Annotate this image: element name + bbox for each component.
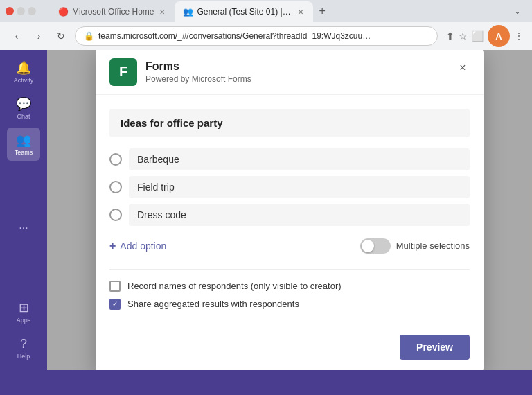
sidebar-item-teams[interactable]: 👥 Teams: [7, 128, 40, 161]
apps-icon: ⊞: [19, 300, 29, 315]
address-icons: ⬆ ☆ ⬜ A ⋮: [446, 25, 524, 47]
tabs-chevron-icon[interactable]: ⌄: [514, 6, 521, 16]
address-bar-row: ‹ › ↻ 🔒 teams.microsoft.com/_#/conversat…: [0, 22, 532, 50]
forms-title-block: Forms Powered by Microsoft Forms: [145, 60, 251, 84]
option-item-field-trip: [109, 176, 470, 198]
teams-favicon: 👥: [183, 7, 193, 17]
option-input-field-trip[interactable]: [129, 176, 470, 198]
activity-icon: 🔔: [16, 60, 31, 76]
close-window-button[interactable]: [6, 7, 14, 15]
close-icon: ×: [459, 62, 466, 74]
forms-logo-letter: F: [119, 64, 127, 80]
checkbox-record-names[interactable]: [109, 281, 121, 292]
teams-icon: 👥: [16, 132, 31, 148]
modal-close-button[interactable]: ×: [453, 58, 472, 78]
tabs-bar: 🔴 Microsoft Office Home ✕ 👥 General (Tes…: [44, 0, 526, 22]
address-input[interactable]: 🔒 teams.microsoft.com/_#/conversations/G…: [75, 26, 438, 46]
menu-icon[interactable]: ⋮: [514, 30, 524, 42]
toggle-knob: [362, 240, 374, 252]
title-bar: 🔴 Microsoft Office Home ✕ 👥 General (Tes…: [0, 0, 532, 22]
modal-footer: Preview: [96, 335, 484, 371]
sidebar-item-chat[interactable]: 💬 Chat: [7, 91, 40, 125]
multiple-selection-label: Multiple selections: [396, 240, 470, 251]
option-item-barbeque: [109, 148, 470, 170]
checkbox-row-share-results: ✓ Share aggregated results with responde…: [109, 299, 470, 310]
radio-field-trip[interactable]: [109, 181, 122, 193]
sidebar-more-button[interactable]: ···: [7, 218, 40, 238]
maximize-window-button[interactable]: [28, 7, 36, 15]
tab-office-home[interactable]: 🔴 Microsoft Office Home ✕: [50, 1, 175, 22]
radio-barbeque[interactable]: [109, 153, 122, 166]
modal-overlay: F Forms Powered by Microsoft Forms × Ide…: [47, 50, 532, 370]
help-icon: ?: [20, 337, 27, 351]
forward-button[interactable]: ›: [30, 28, 47, 44]
browser-chrome: 🔴 Microsoft Office Home ✕ 👥 General (Tes…: [0, 0, 532, 50]
option-item-dress-code: [109, 204, 470, 226]
multiple-selection-toggle: Multiple selections: [360, 238, 470, 254]
forms-title: Forms: [145, 60, 251, 73]
options-list: [109, 148, 470, 226]
star-icon[interactable]: ☆: [459, 30, 468, 42]
chat-icon: 💬: [16, 96, 31, 112]
tab-office-home-label: Microsoft Office Home: [72, 7, 154, 17]
checkboxes-section: Record names of respondents (only visibl…: [109, 269, 470, 310]
checkbox-share-results[interactable]: ✓: [109, 299, 121, 310]
teams-sidebar: 🔔 Activity 💬 Chat 👥 Teams ··· ⊞ Apps ? H…: [0, 50, 47, 370]
checkbox-share-results-label: Share aggregated results with respondent…: [127, 299, 299, 309]
multiple-selection-switch[interactable]: [360, 238, 391, 254]
main-content: F Forms Powered by Microsoft Forms × Ide…: [47, 50, 532, 370]
user-avatar[interactable]: A: [488, 25, 510, 47]
address-text: teams.microsoft.com/_#/conversations/Gen…: [98, 31, 429, 41]
sidebar-item-apps[interactable]: ⊞ Apps: [7, 295, 40, 328]
extension-icon[interactable]: ⬜: [472, 30, 484, 42]
preview-button[interactable]: Preview: [400, 335, 470, 360]
forms-modal: F Forms Powered by Microsoft Forms × Ide…: [96, 50, 484, 370]
modal-body: Ideas for office party: [96, 95, 484, 335]
add-option-plus-icon: +: [109, 240, 116, 252]
new-tab-button[interactable]: +: [313, 5, 330, 17]
lock-icon: 🔒: [84, 31, 94, 41]
checkbox-record-names-label: Record names of respondents (only visibl…: [127, 281, 342, 291]
modal-header: F Forms Powered by Microsoft Forms ×: [96, 50, 484, 95]
forms-subtitle: Powered by Microsoft Forms: [145, 74, 251, 84]
option-input-barbeque[interactable]: [129, 148, 470, 170]
tab-office-home-close[interactable]: ✕: [158, 7, 166, 17]
tab-teams-close[interactable]: ✕: [296, 7, 305, 17]
tab-teams-general[interactable]: 👥 General (Test Site 01) | Microsof… ✕: [175, 1, 313, 22]
form-question-title: Ideas for office party: [109, 109, 470, 137]
add-option-button[interactable]: + Add option: [109, 237, 166, 255]
option-input-dress-code[interactable]: [129, 204, 470, 226]
sidebar-item-help[interactable]: ? Help: [7, 331, 40, 365]
add-option-label: Add option: [120, 240, 166, 252]
back-button[interactable]: ‹: [8, 28, 25, 44]
minimize-window-button[interactable]: [17, 7, 25, 15]
forms-logo: F: [109, 58, 137, 86]
sidebar-item-activity[interactable]: 🔔 Activity: [7, 55, 40, 89]
teams-app: 🔔 Activity 💬 Chat 👥 Teams ··· ⊞ Apps ? H…: [0, 50, 532, 370]
share-icon[interactable]: ⬆: [446, 30, 454, 42]
window-controls: [6, 7, 36, 15]
radio-dress-code[interactable]: [109, 209, 122, 221]
checkbox-row-record-names: Record names of respondents (only visibl…: [109, 281, 470, 292]
refresh-button[interactable]: ↻: [53, 28, 69, 44]
office-home-favicon: 🔴: [58, 7, 68, 17]
tab-teams-label: General (Test Site 01) | Microsof…: [197, 7, 292, 17]
add-option-row: + Add option Multiple selections: [109, 237, 470, 255]
